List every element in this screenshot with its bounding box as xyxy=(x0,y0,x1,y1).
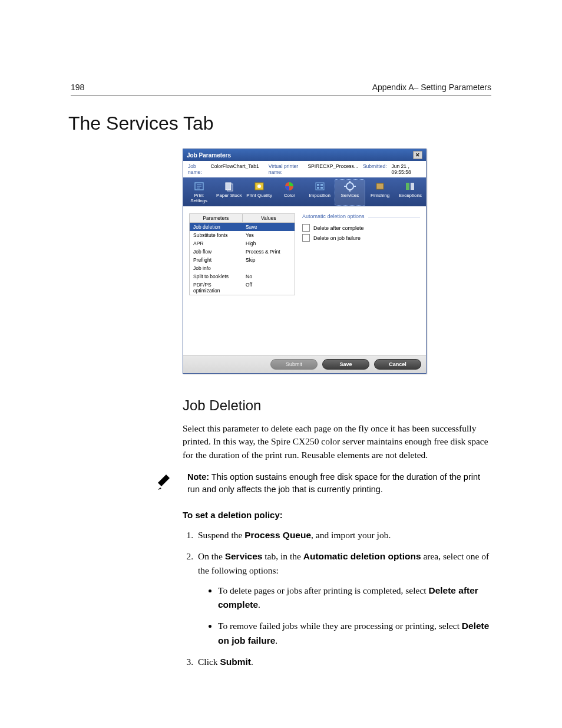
note-block: Note: This option sustains enough free d… xyxy=(156,471,491,496)
cancel-button[interactable]: Cancel xyxy=(374,359,421,370)
bullet-delete-after-complete: To delete pages or jobs after printing i… xyxy=(218,584,491,612)
step-3: Click Submit. xyxy=(196,655,491,669)
dialog-screenshot: Job Parameters ✕ Job name: ColorFlowChar… xyxy=(183,149,491,374)
dialog-footer: Submit Save Cancel xyxy=(183,355,426,373)
svg-point-14 xyxy=(346,183,353,190)
save-button[interactable]: Save xyxy=(322,359,369,370)
paper-stock-icon xyxy=(223,181,235,192)
submitted-label: Submitted: xyxy=(363,163,387,175)
print-quality-icon xyxy=(253,181,265,192)
param-name: Job info xyxy=(190,264,242,272)
tab-label: Paper Stock xyxy=(216,193,242,198)
submit-button[interactable]: Submit xyxy=(270,359,318,370)
tab-exceptions[interactable]: Exceptions xyxy=(396,180,425,205)
param-row-preflight[interactable]: Preflight Skip xyxy=(190,256,295,264)
tab-label: Services xyxy=(341,193,359,198)
checkbox-icon xyxy=(302,234,310,242)
param-row-job-info[interactable]: Job info xyxy=(190,264,295,272)
param-value: Yes xyxy=(242,231,295,239)
checkbox-delete-after-complete[interactable]: Delete after complete xyxy=(302,224,420,232)
param-row-substitute-fonts[interactable]: Substitute fonts Yes xyxy=(190,231,295,239)
dialog-title: Job Parameters xyxy=(187,152,231,159)
section-paragraph: Select this parameter to delete each pag… xyxy=(183,422,491,462)
tab-label: Color xyxy=(284,193,295,198)
job-name-label: Job name: xyxy=(188,163,206,175)
submitted-value: Jun 21 , 09:55:58 xyxy=(392,163,421,175)
tab-imposition[interactable]: Imposition xyxy=(305,180,334,205)
checkbox-delete-on-job-failure[interactable]: Delete on job failure xyxy=(302,234,420,242)
exceptions-icon xyxy=(404,181,416,192)
checkbox-icon xyxy=(302,224,310,232)
param-value: Off xyxy=(242,281,295,295)
page-header: 198 Appendix A– Setting Parameters xyxy=(71,83,491,92)
tab-services[interactable]: Services xyxy=(335,180,364,205)
procedure-steps: Suspend the Process Queue, and import yo… xyxy=(183,528,491,668)
tab-label: Imposition xyxy=(309,193,330,198)
options-pane: Automatic deletion options Delete after … xyxy=(302,213,420,349)
bullet-delete-on-job-failure: To remove failed jobs while they are pro… xyxy=(218,619,491,647)
parameters-table: Parameters Values Job deletion Save Subs… xyxy=(189,213,295,349)
tab-print-quality[interactable]: Print Quality xyxy=(245,180,274,205)
finishing-icon xyxy=(374,181,386,192)
col-parameters: Parameters xyxy=(190,214,243,222)
param-row-job-deletion[interactable]: Job deletion Save xyxy=(190,223,295,231)
tab-finishing[interactable]: Finishing xyxy=(366,180,395,205)
note-text: This option sustains enough free disk sp… xyxy=(187,472,480,493)
chapter-label: Appendix A– Setting Parameters xyxy=(372,83,491,92)
param-row-job-flow[interactable]: Job flow Process & Print xyxy=(190,248,295,256)
dialog-tab-strip: Print Settings Paper Stock Print Quality… xyxy=(183,177,426,206)
col-values: Values xyxy=(243,214,295,222)
note-icon xyxy=(156,472,177,496)
param-name: Job deletion xyxy=(190,223,242,231)
virtual-printer-value: SPIRECXP_Process... xyxy=(308,163,358,175)
param-row-split-to-booklets[interactable]: Split to booklets No xyxy=(190,272,295,281)
param-name: Job flow xyxy=(190,248,242,256)
svg-rect-9 xyxy=(316,183,324,190)
tab-color[interactable]: Color xyxy=(275,180,304,205)
procedure-title: To set a deletion policy: xyxy=(183,510,491,520)
param-name: Substitute fonts xyxy=(190,231,242,239)
fieldset-legend: Automatic deletion options xyxy=(302,213,420,219)
header-rule xyxy=(71,95,491,96)
section-heading: Job Deletion xyxy=(183,397,491,414)
svg-rect-13 xyxy=(320,187,323,189)
step-2: On the Services tab, in the Automatic de… xyxy=(196,549,491,647)
tab-paper-stock[interactable]: Paper Stock xyxy=(214,180,243,205)
services-icon xyxy=(344,181,356,192)
param-row-apr[interactable]: APR High xyxy=(190,239,295,248)
dialog-titlebar: Job Parameters ✕ xyxy=(183,149,426,161)
svg-rect-17 xyxy=(411,183,414,190)
param-value: Skip xyxy=(242,256,295,264)
param-value: Save xyxy=(242,223,295,231)
virtual-printer-label: Virtual printer name: xyxy=(269,163,303,175)
print-settings-icon xyxy=(193,181,205,192)
parameters-header-row: Parameters Values xyxy=(189,213,295,223)
imposition-icon xyxy=(314,181,326,192)
svg-rect-12 xyxy=(317,187,319,189)
job-parameters-dialog: Job Parameters ✕ Job name: ColorFlowChar… xyxy=(183,149,427,374)
svg-point-7 xyxy=(257,185,261,188)
param-name: APR xyxy=(190,239,242,248)
page-number: 198 xyxy=(71,83,84,92)
tab-label: Exceptions xyxy=(399,193,422,198)
close-icon[interactable]: ✕ xyxy=(413,151,422,159)
dialog-info-bar: Job name: ColorFlowChart_Tab1 Virtual pr… xyxy=(183,161,426,177)
color-icon xyxy=(283,181,295,192)
tab-label: Finishing xyxy=(371,193,389,198)
tab-label: Print Quality xyxy=(246,193,272,198)
checkbox-label: Delete on job failure xyxy=(313,235,361,241)
note-prefix: Note: xyxy=(187,472,209,482)
svg-rect-16 xyxy=(406,183,409,190)
page-title: The Services Tab xyxy=(68,113,491,134)
tab-print-settings[interactable]: Print Settings xyxy=(184,180,213,205)
param-value xyxy=(242,264,295,272)
svg-rect-10 xyxy=(317,184,319,186)
step-1: Suspend the Process Queue, and import yo… xyxy=(196,528,491,542)
param-name: PDF/PS optimization xyxy=(190,281,242,295)
param-value: High xyxy=(242,239,295,248)
param-value: No xyxy=(242,272,295,281)
param-value: Process & Print xyxy=(242,248,295,256)
param-row-pdf-ps-optimization[interactable]: PDF/PS optimization Off xyxy=(190,281,295,295)
svg-rect-15 xyxy=(376,183,384,189)
param-name: Preflight xyxy=(190,256,242,264)
